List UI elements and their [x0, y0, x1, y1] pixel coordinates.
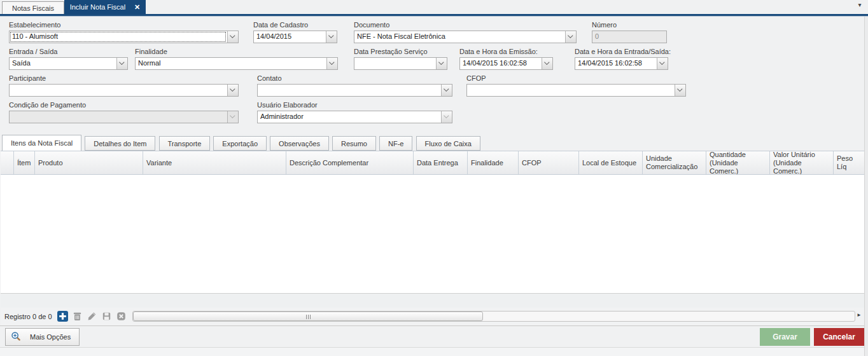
zoom-icon [11, 331, 21, 343]
col-descricao-complementar[interactable]: Descrição Complementar [286, 151, 414, 174]
document-tabbar: Notas Fiscais Incluir Nota Fiscal ✕ ▾ [0, 0, 868, 14]
tab-transporte[interactable]: Transporte [159, 136, 211, 151]
field-label: Estabelecimento [9, 21, 239, 29]
field-numero: Número 0 [592, 21, 667, 43]
cancel-edit-icon [116, 311, 127, 322]
tab-resumo[interactable]: Resumo [332, 136, 376, 151]
field-label: Contato [257, 74, 452, 82]
col-quantidade[interactable]: Quantidade (Unidade Comerc.) [706, 151, 770, 174]
tab-fluxo-de-caixa[interactable]: Fluxo de Caixa [416, 136, 480, 151]
col-data-entrega[interactable]: Data Entrega [414, 151, 468, 174]
record-count-status: Registro 0 de 0 [4, 313, 52, 320]
col-local-de-estoque[interactable]: Local de Estoque [579, 151, 643, 174]
chevron-down-icon[interactable] [116, 58, 127, 69]
finalidade-combobox[interactable]: Normal [135, 57, 338, 70]
col-valor-unitario[interactable]: Valor Unitário (Unidade Comerc.) [770, 151, 834, 174]
chevron-down-icon[interactable] [675, 85, 685, 96]
data-entrada-saida-combobox[interactable]: 14/04/2015 16:02:58 [575, 57, 668, 70]
combobox-value [10, 85, 227, 96]
tab-incluir-nota-fiscal[interactable]: Incluir Nota Fiscal ✕ [64, 0, 146, 14]
estabelecimento-combobox[interactable]: 110 - Alumisoft [9, 31, 239, 43]
col-unidade-comercializacao[interactable]: Unidade Comercialização [643, 151, 706, 174]
chevron-down-icon[interactable] [227, 31, 238, 43]
col-cfop[interactable]: CFOP [519, 151, 579, 174]
bottom-edge [0, 347, 868, 356]
field-entrada-saida: Entrada / Saída Saída [9, 48, 128, 70]
field-label: Usuário Elaborador [257, 101, 452, 109]
combobox-value [467, 85, 675, 96]
chevron-down-icon [227, 111, 238, 123]
mais-opcoes-label: Mais Opções [30, 333, 71, 341]
data-prestacao-servico-combobox[interactable] [354, 57, 447, 70]
input-value: 0 [592, 31, 666, 43]
field-label: Data Prestação Serviço [354, 48, 447, 55]
data-emissao-combobox[interactable]: 14/04/2015 16:02:58 [459, 57, 553, 70]
col-peso-liquido[interactable]: Peso Líq [834, 151, 864, 174]
field-estabelecimento: Estabelecimento 110 - Alumisoft [9, 21, 239, 43]
add-record-button[interactable] [57, 311, 69, 322]
tab-label: Notas Fiscais [12, 4, 54, 12]
field-label: Data e Hora da Emissão: [459, 48, 553, 55]
items-grid-header: Ítem Produto Variante Descrição Compleme… [1, 151, 864, 175]
field-label: CFOP [466, 74, 686, 82]
tab-nfe[interactable]: NF-e [379, 136, 412, 151]
tab-itens-da-nota-fiscal[interactable]: Itens da Nota Fiscal [2, 135, 81, 151]
field-label: Condição de Pagamento [9, 101, 239, 109]
tab-label: Incluir Nota Fiscal [70, 3, 125, 11]
field-data-prestacao-servico: Data Prestação Serviço [354, 48, 447, 70]
col-finalidade[interactable]: Finalidade [468, 151, 519, 174]
tab-detalhes-do-item[interactable]: Detalhes do Item [85, 136, 155, 151]
data-de-cadastro-combobox[interactable]: 14/04/2015 [253, 31, 337, 43]
cfop-combobox[interactable] [466, 84, 686, 97]
cancelar-button[interactable]: Cancelar [814, 328, 864, 346]
field-usuario-elaborador: Usuário Elaborador Administrador [257, 101, 452, 123]
field-participante: Participante [9, 74, 239, 97]
combobox-value: 110 - Alumisoft [10, 31, 227, 43]
field-data-de-cadastro: Data de Cadastro 14/04/2015 [253, 21, 337, 43]
combobox-value: Administrador [258, 111, 441, 123]
chevron-down-icon[interactable] [542, 58, 552, 69]
tab-observacoes[interactable]: Observações [270, 136, 329, 151]
gravar-button[interactable]: Gravar [760, 328, 810, 346]
documento-combobox[interactable]: NFE - Nota Fiscal Eletrônica [354, 31, 577, 43]
condicao-pagamento-combobox [9, 111, 239, 123]
chevron-down-icon[interactable] [436, 58, 447, 69]
scroll-right-icon[interactable]: ► [857, 312, 862, 318]
field-label: Data de Cadastro [253, 21, 337, 29]
field-label: Entrada / Saída [9, 48, 128, 55]
grid-lower-area [1, 294, 864, 308]
col-item[interactable]: Ítem [14, 151, 35, 174]
scrollbar-thumb[interactable] [133, 312, 483, 321]
chevron-down-icon[interactable] [326, 31, 337, 43]
combobox-value: 14/04/2015 16:02:58 [575, 58, 657, 69]
tab-overflow-icon[interactable]: ▾ [855, 1, 864, 10]
mais-opcoes-button[interactable]: Mais Opções [5, 328, 80, 346]
items-grid-body[interactable] [1, 175, 864, 294]
col-variante[interactable]: Variante [143, 151, 286, 174]
delete-record-icon [72, 311, 83, 322]
field-label: Finalidade [135, 48, 338, 55]
tab-exportacao[interactable]: Exportação [213, 136, 267, 151]
horizontal-scrollbar[interactable] [132, 311, 855, 322]
field-data-entrada-saida: Data e Hora da Entrada/Saída: 14/04/2015… [575, 48, 668, 70]
combobox-value [354, 58, 436, 69]
tab-notas-fiscais[interactable]: Notas Fiscais [2, 1, 64, 14]
chevron-down-icon [441, 111, 452, 123]
field-documento: Documento NFE - Nota Fiscal Eletrônica [354, 21, 577, 43]
col-produto[interactable]: Produto [35, 151, 143, 174]
contato-combobox[interactable] [257, 84, 452, 97]
chevron-down-icon[interactable] [326, 58, 337, 69]
chevron-down-icon[interactable] [227, 85, 238, 96]
field-data-emissao: Data e Hora da Emissão: 14/04/2015 16:02… [459, 48, 553, 70]
incluir-nota-fiscal-window: Notas Fiscais Incluir Nota Fiscal ✕ ▾ Es… [0, 0, 868, 356]
chevron-down-icon[interactable] [657, 58, 668, 69]
col-row-indicator [1, 151, 14, 174]
participante-combobox[interactable] [9, 84, 239, 97]
save-record-icon [101, 311, 113, 322]
close-icon[interactable]: ✕ [134, 3, 140, 11]
entrada-saida-combobox[interactable]: Saída [9, 57, 128, 70]
numero-input: 0 [592, 31, 667, 43]
field-contato: Contato [257, 74, 452, 97]
chevron-down-icon[interactable] [441, 85, 452, 96]
chevron-down-icon[interactable] [565, 31, 576, 43]
